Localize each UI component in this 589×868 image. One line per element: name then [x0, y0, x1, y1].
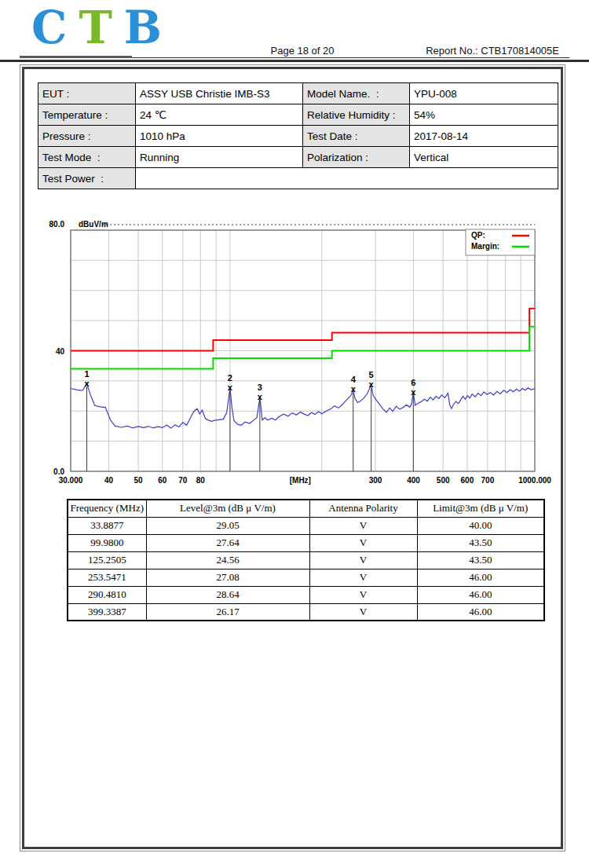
eut-info-table: EUT : ASSY USB Christie IMB-S3 Model Nam… — [38, 82, 558, 189]
y-axis-top-label: 80.0 — [49, 220, 65, 229]
series-measured — [71, 384, 535, 429]
logo-underline-rule — [20, 56, 132, 58]
x-axis-tick-label: 60 — [158, 476, 167, 485]
results-table: Frequency (MHz) Level@3m (dB μ V/m) Ante… — [67, 499, 545, 621]
marker-x-symbol: x — [84, 379, 90, 388]
marker-x-symbol: x — [411, 387, 416, 397]
result-cell: 125.2505 — [68, 551, 146, 569]
info-label-cell: Test Date : — [303, 126, 410, 147]
info-label-cell: Model Name. : — [303, 83, 410, 104]
info-value-cell: 1010 hPa — [136, 126, 303, 147]
marker-number: 5 — [369, 370, 374, 379]
info-value-cell: Running — [136, 147, 303, 168]
legend-label: Margin: — [471, 242, 499, 251]
emissions-chart: 1x2x3x4x5x6xQP:Margin:80.0dBuV/m400.030.… — [0, 212, 589, 499]
result-cell: V — [309, 569, 417, 586]
marker-number: 1 — [84, 369, 89, 379]
table-row: Test Mode : Running Polarization : Verti… — [38, 147, 558, 168]
result-header-cell: Level@3m (dB μ V/m) — [146, 500, 309, 517]
result-header-cell: Limit@3m (dB μ V/m) — [417, 500, 544, 517]
result-cell: V — [309, 603, 417, 621]
result-cell: 290.4810 — [68, 586, 146, 603]
marker-x-symbol: x — [228, 383, 233, 392]
table-row: 99.9800 27.64 V 43.50 — [68, 534, 544, 551]
marker-x-symbol: x — [258, 392, 263, 401]
info-value-cell: YPU-008 — [410, 83, 558, 104]
result-cell: 399.3387 — [68, 603, 146, 621]
y-axis-unit-label: dBuV/m — [79, 220, 108, 229]
x-axis-tick-label: 70 — [178, 476, 188, 485]
result-cell: 33.8877 — [68, 517, 146, 534]
result-cell: 43.50 — [417, 534, 544, 551]
x-axis-tick-label: 40 — [104, 476, 114, 485]
table-row: EUT : ASSY USB Christie IMB-S3 Model Nam… — [38, 83, 558, 104]
report-number-label: Report No.: CTB170814005E — [426, 45, 559, 57]
result-cell: V — [309, 586, 417, 603]
header-logo: CTB — [31, 0, 174, 55]
result-cell: 46.00 — [417, 569, 544, 586]
result-header-cell: Frequency (MHz) — [68, 500, 146, 517]
logo-letter-b: B — [124, 1, 174, 53]
x-axis-tick-label: 80 — [196, 476, 206, 485]
y-axis-mid-label: 40 — [56, 347, 65, 356]
result-cell: V — [309, 534, 417, 551]
result-header-cell: Antenna Polarity — [309, 500, 417, 517]
logo-letter-c: C — [31, 1, 79, 53]
info-label-cell: Pressure : — [38, 126, 136, 147]
x-axis-tick-label: 400 — [407, 476, 420, 485]
x-axis-tick-label: 30.000 — [59, 476, 83, 485]
marker-x-symbol: x — [369, 379, 375, 389]
x-axis-tick-label: 600 — [461, 476, 474, 485]
table-row: Test Power : — [38, 168, 558, 189]
result-cell: 27.08 — [146, 569, 309, 586]
result-cell: 43.50 — [417, 551, 544, 569]
header-thin-rule — [132, 57, 569, 58]
table-row: Temperature : 24 ℃ Relative Humidity : 5… — [38, 104, 558, 126]
table-row: Pressure : 1010 hPa Test Date : 2017-08-… — [38, 126, 558, 147]
info-label-cell: Polarization : — [303, 147, 410, 168]
legend-label: QP: — [471, 231, 485, 240]
info-value-cell: ASSY USB Christie IMB-S3 — [136, 83, 303, 104]
info-label-cell: EUT : — [38, 83, 136, 104]
info-value-cell: Vertical — [410, 147, 558, 168]
result-cell: V — [309, 551, 417, 569]
result-cell: V — [309, 517, 417, 534]
table-row: 253.5471 27.08 V 46.00 — [68, 569, 544, 586]
marker-number: 3 — [258, 383, 262, 392]
result-cell: 46.00 — [417, 603, 544, 621]
table-row: 33.8877 29.05 V 40.00 — [68, 517, 544, 534]
info-value-cell: 54% — [410, 104, 558, 126]
result-cell: 46.00 — [417, 586, 544, 603]
info-value-cell: 2017-08-14 — [410, 126, 558, 147]
result-cell: 26.17 — [146, 603, 309, 621]
x-axis-tick-label: 300 — [369, 476, 382, 485]
info-label-cell: Test Mode : — [38, 147, 136, 168]
x-axis-tick-label: 1000.000 — [518, 476, 551, 485]
marker-number: 2 — [228, 373, 232, 383]
y-axis-bottom-label: 0.0 — [53, 467, 64, 476]
table-row: 290.4810 28.64 V 46.00 — [68, 586, 544, 603]
result-cell: 99.9800 — [68, 534, 146, 551]
info-label-cell: Relative Humidity : — [303, 104, 410, 126]
info-label-cell: Test Power : — [38, 168, 136, 189]
info-value-cell — [136, 168, 558, 189]
x-axis-tick-label: 500 — [437, 476, 450, 485]
x-axis-tick-label: [MHz] — [290, 476, 311, 485]
result-cell: 27.64 — [146, 534, 309, 551]
table-row: 125.2505 24.56 V 43.50 — [68, 551, 544, 569]
info-value-cell: 24 ℃ — [136, 104, 303, 126]
x-axis-tick-label: 50 — [134, 476, 144, 485]
series-qp-limit — [71, 309, 535, 351]
logo-letter-t: T — [79, 1, 123, 53]
info-label-cell: Temperature : — [38, 104, 136, 126]
result-cell: 29.05 — [146, 517, 309, 534]
marker-number: 4 — [351, 375, 357, 384]
header-thick-rule — [0, 60, 589, 62]
marker-x-symbol: x — [351, 384, 357, 394]
page-number-label: Page 18 of 20 — [255, 45, 349, 57]
result-cell: 28.64 — [146, 586, 309, 603]
result-cell: 24.56 — [146, 551, 309, 569]
table-row: 399.3387 26.17 V 46.00 — [68, 603, 544, 621]
table-header-row: Frequency (MHz) Level@3m (dB μ V/m) Ante… — [68, 500, 544, 517]
emissions-chart-svg: 1x2x3x4x5x6xQP:Margin:80.0dBuV/m400.030.… — [0, 212, 589, 499]
